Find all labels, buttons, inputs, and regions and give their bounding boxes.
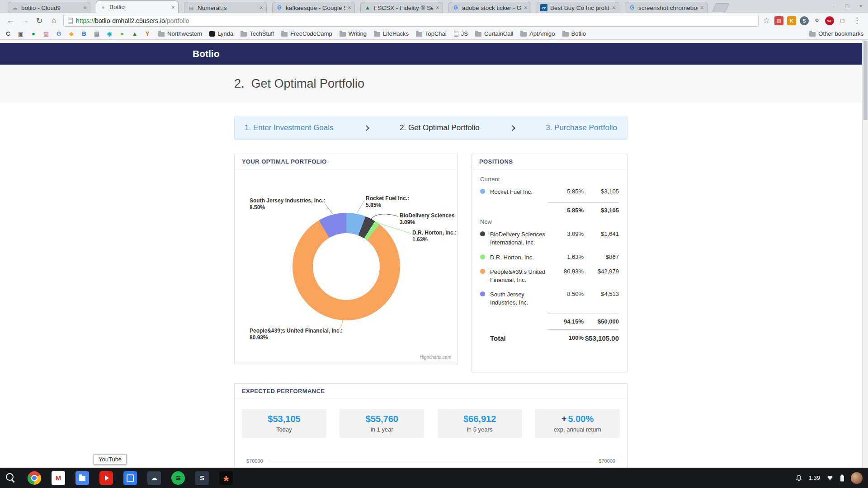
adblock-icon[interactable]: ABP [825,16,834,25]
other-bookmarks[interactable]: Other bookmarks [809,30,863,37]
bookmark-pink[interactable]: ▨ [42,30,50,37]
total-row: Total 100% $53,105.00 [480,330,619,342]
bookmark-techstuff[interactable]: TechStuff [241,30,274,37]
stat-number: $55,760 [366,414,398,424]
bookmark-y[interactable]: Y [144,30,151,37]
slice-label-pct: 1.63% [412,236,457,243]
browser-tab[interactable]: ▲FSCSX - Fidelity ® Selec× [360,2,443,13]
highcharts-credit[interactable]: Highcharts.com [420,355,451,360]
chrome-icon[interactable] [28,471,41,485]
bookmark-northwestern[interactable]: Northwestern [158,30,202,37]
maximize-icon[interactable]: □ [846,3,849,9]
page-scrollbar[interactable] [862,40,868,468]
bookmark-star-icon[interactable]: ☆ [763,16,770,25]
system-tray[interactable]: 1:39 [795,472,863,484]
browser-tab[interactable]: ▤Numeral.js× [184,2,267,13]
bookmark-green-dot[interactable]: ● [30,30,37,37]
bookmark-js[interactable]: JS [454,30,468,37]
minimize-icon[interactable]: − [832,3,836,9]
bookmark-topchai[interactable]: TopChai [416,30,447,37]
tab-close-icon[interactable]: × [259,5,263,11]
bookmark-botlio[interactable]: Botlio [562,30,586,37]
step-get-optimal-portfolio: 2. Get Optimal Portfolio [400,123,480,132]
bookmark-teal-circle[interactable]: ◉ [106,30,113,37]
browser-tab[interactable]: Gscreenshot chromebook× [625,2,708,13]
clock[interactable]: 1:39 [809,474,820,481]
forward-icon[interactable]: → [20,16,30,25]
browser-tab[interactable]: ●Botlio× [96,0,179,13]
bookmark-freecodecamp[interactable]: FreeCodeCamp [281,30,332,37]
bookmark-label: LifeHacks [383,30,409,37]
bookmark-b[interactable]: B [80,30,88,37]
extension-s-icon[interactable]: S [800,16,809,25]
wifi-icon[interactable] [826,474,834,481]
files-icon[interactable] [75,471,89,485]
cast-icon[interactable]: ▢ [838,16,847,25]
step-purchase-portfolio[interactable]: 3. Purchase Portfolio [546,123,617,132]
botlio-favicon: ● [99,4,107,11]
tab-close-icon[interactable]: × [436,5,439,11]
page-security-icon[interactable] [68,18,73,24]
fidelity-favicon: ▲ [364,4,371,11]
launcher-icon[interactable] [4,471,17,485]
browser-tab[interactable]: ☁botlio - Cloud9× [8,2,90,13]
tab-close-icon[interactable]: × [83,5,87,11]
new-tab-button[interactable] [712,3,729,12]
back-icon[interactable]: ← [5,16,15,25]
user-avatar[interactable] [851,472,863,484]
browser-tab[interactable]: Gkafkaesque - Google Sea× [272,2,355,13]
positions-card-title: POSITIONS [472,154,627,169]
browser-tab[interactable]: PPBest Buy Co Inc profits b× [537,2,619,13]
address-bar[interactable]: https://botlio-dmhall2.c9users.io/portfo… [63,15,759,27]
tab-close-icon[interactable]: × [700,5,704,11]
tab-close-icon[interactable]: × [612,5,616,11]
series-color-dot [480,269,485,274]
spotify-icon[interactable] [171,471,185,485]
bookmark-lifehacks[interactable]: LifeHacks [374,30,409,37]
reload-icon[interactable]: ↻ [34,16,44,26]
bookmark-green-triangle[interactable]: ▲ [131,30,138,37]
bookmark-c[interactable]: C [5,30,12,37]
bookmark-writing[interactable]: Writing [340,30,367,37]
performance-stat: $55,760in 1 year [340,409,424,438]
tab-close-icon[interactable]: × [171,4,175,10]
home-icon[interactable]: ⌂ [49,16,59,25]
performance-stat: +5.00%exp. annual return [535,409,620,438]
extension-red-icon[interactable]: ▥ [774,16,783,25]
bookmark-lines[interactable]: ▤ [93,30,100,37]
settings-gear-icon[interactable]: ⚙ [812,16,821,25]
brand-logo[interactable]: Botlio [193,48,219,59]
tab-close-icon[interactable]: × [524,5,528,11]
bookmark-orange-diamond[interactable]: ◆ [68,30,75,37]
battery-icon[interactable] [840,474,844,482]
cloud9-icon[interactable] [147,471,161,485]
notifications-bell-icon[interactable] [795,474,802,482]
bookmark-grid[interactable]: ▣ [17,30,24,37]
bookmark-lynda[interactable]: Lynda [209,30,233,37]
browser-tab[interactable]: Gadobe stock ticker - Goo× [448,2,531,13]
gmail-icon[interactable] [52,471,65,485]
screen: ☁botlio - Cloud9×●Botlio×▤Numeral.js×Gka… [0,0,868,488]
expected-performance-card: EXPECTED PERFORMANCE $53,105Today$55,760… [234,383,627,468]
tab-title: botlio - Cloud9 [21,5,80,11]
editor-icon[interactable] [123,471,137,485]
url-text: https://botlio-dmhall2.c9users.io/portfo… [76,17,189,24]
extension-k-icon[interactable]: K [787,16,796,25]
close-window-icon[interactable]: × [859,3,863,9]
page-icon [454,31,458,37]
tab-close-icon[interactable]: × [348,5,351,11]
sublime-icon[interactable] [195,471,209,485]
bookmark-aptamigo[interactable]: AptAmigo [520,30,555,37]
bookmark-curtaincall[interactable]: CurtainCall [475,30,513,37]
browser-menu-icon[interactable]: ⋮ [851,16,863,25]
step-enter-investment-goals[interactable]: 1. Enter Investment Goals [245,123,334,132]
bookmark-light-green-dot[interactable]: ● [118,30,126,37]
site-navbar: Botlio [0,43,862,65]
scrollbar-thumb[interactable] [863,41,868,120]
current-rows: Rocket Fuel Inc.5.85%$3,105 [480,188,619,196]
youtube-icon[interactable] [99,471,113,485]
stat-label: Today [276,426,292,433]
folder-icon [374,32,380,37]
bookmark-google[interactable]: G [55,30,62,37]
asterisk-icon[interactable] [219,471,233,485]
